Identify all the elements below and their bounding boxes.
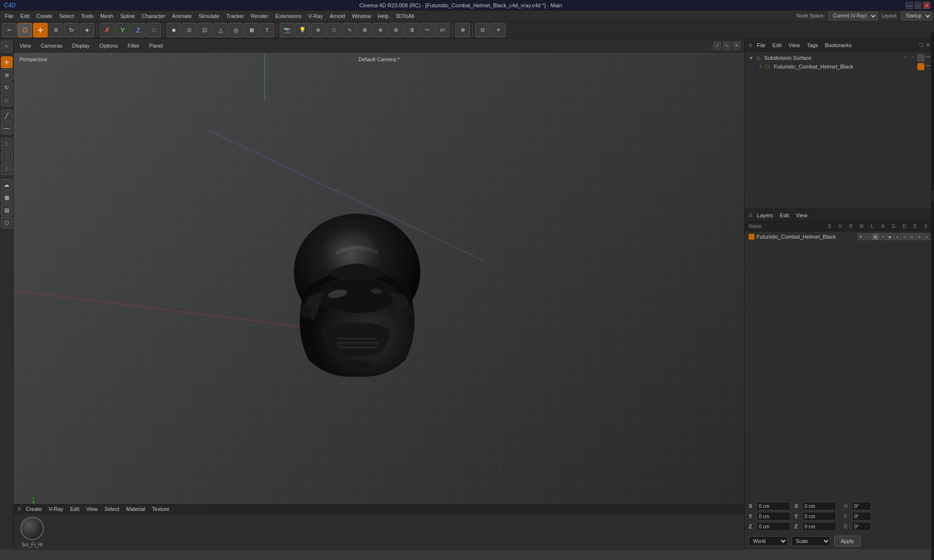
layer-icon-7[interactable]: D <box>909 233 916 240</box>
tool-s3[interactable]: S <box>1 163 13 175</box>
viewport-menu-display[interactable]: Display <box>70 42 91 50</box>
material-menu-edit[interactable]: Edit <box>68 505 81 513</box>
menu-create[interactable]: Create <box>34 12 55 20</box>
tool-s2[interactable]: S <box>1 151 13 162</box>
viewport-menu-filter[interactable]: Filter <box>126 42 141 50</box>
object-panel-menu-icon[interactable]: ≡ <box>749 42 752 49</box>
menu-character[interactable]: Character <box>139 12 168 20</box>
coord-b-input[interactable] <box>852 522 871 531</box>
node-space-select[interactable]: Current (V-Ray) <box>828 12 878 20</box>
toolbar-btn-poly[interactable]: ⬡ <box>326 23 341 37</box>
object-panel-edit[interactable]: Edit <box>771 41 784 49</box>
toolbar-btn-x[interactable]: ✗ <box>100 23 114 37</box>
toolbar-btn-sphere[interactable]: ⊙ <box>182 23 197 37</box>
obj-check-red[interactable]: ✓ <box>911 54 915 61</box>
layer-icon-1[interactable]: □ <box>865 233 872 240</box>
viewport-menu-cameras[interactable]: Cameras <box>39 42 65 50</box>
menu-window[interactable]: Window <box>349 12 374 20</box>
material-menu-select[interactable]: Select <box>103 505 122 513</box>
menu-tools[interactable]: Tools <box>78 12 96 20</box>
coord-p-input[interactable] <box>852 512 871 521</box>
viewport-corner-expand[interactable]: ⤢ <box>713 42 721 50</box>
object-item-subdivision[interactable]: ▼ ◇ Subdivision Surface ✓ ✓ ••• <box>747 53 932 62</box>
toolbar-btn-deformer[interactable]: 〜 <box>420 23 434 37</box>
menu-simulate[interactable]: Simulate <box>196 12 222 20</box>
layer-icon-8[interactable]: E <box>916 233 923 240</box>
tool-dash[interactable]: — <box>1 122 13 134</box>
menu-3dtall[interactable]: 3DToAll <box>393 12 417 20</box>
toolbar-btn-move[interactable]: ✛ <box>33 23 48 37</box>
layer-icon-eye[interactable]: 👁 <box>858 233 864 240</box>
viewport-corner-restore[interactable]: ⤡ <box>723 42 731 50</box>
toolbar-btn-select-all[interactable]: ⬡ <box>18 23 32 37</box>
tool-grid[interactable]: ▦ <box>1 192 13 203</box>
menu-file[interactable]: File <box>2 12 17 20</box>
toolbar-btn-undo[interactable]: ↩ <box>2 23 17 37</box>
layers-menu-layers[interactable]: Layers <box>755 211 775 219</box>
menu-edit[interactable]: Edit <box>18 12 33 20</box>
toolbar-btn-add[interactable]: + <box>80 23 94 37</box>
tool-s1[interactable]: S <box>1 138 13 150</box>
coord-x-input[interactable] <box>756 502 790 510</box>
toolbar-btn-sky[interactable]: ☀ <box>491 23 505 37</box>
layer-item-helmet[interactable]: Futuristic_Combat_Helmet_Black 👁 □ ■ ≡ ▶… <box>747 232 932 241</box>
toolbar-btn-cube[interactable]: ■ <box>166 23 181 37</box>
layers-menu-view[interactable]: View <box>794 211 809 219</box>
toolbar-btn-text[interactable]: T <box>260 23 274 37</box>
tool-scale[interactable]: ⊞ <box>1 69 13 81</box>
viewport-menu-options[interactable]: Options <box>97 42 120 50</box>
menu-vray[interactable]: V-Ray <box>305 12 326 20</box>
material-item-scifi[interactable]: Sci_Fi_Hi <box>19 517 45 547</box>
object-item-helmet[interactable]: └ ⬡ Futuristic_Combat_Helmet_Black ••• <box>747 62 932 71</box>
menu-tracker[interactable]: Tracker <box>223 12 247 20</box>
toolbar-btn-null[interactable]: ⊕ <box>311 23 325 37</box>
toolbar-btn-tag[interactable]: 🏷 <box>435 23 450 37</box>
coord-yr-input[interactable] <box>802 512 836 521</box>
layer-icon-6[interactable]: G <box>901 233 908 240</box>
toolbar-btn-landscape[interactable]: ▦ <box>244 23 259 37</box>
menu-animate[interactable]: Animate <box>169 12 195 20</box>
viewport-menu-panel[interactable]: Panel <box>147 42 165 50</box>
toolbar-btn-cylinder[interactable]: ⊡ <box>198 23 212 37</box>
viewport-corner-close[interactable]: ✕ <box>733 42 740 50</box>
tool-something1[interactable]: □ <box>1 94 13 106</box>
menu-spline[interactable]: Spline <box>117 12 138 20</box>
material-menu-material[interactable]: Material <box>124 505 147 513</box>
object-panel-tags[interactable]: Tags <box>805 41 820 49</box>
coord-scale-dropdown[interactable]: Scale <box>791 536 830 546</box>
material-thumb-scifi[interactable] <box>20 517 44 540</box>
toolbar-btn-light[interactable]: 💡 <box>295 23 310 37</box>
tool-line[interactable]: ╱ <box>1 110 13 122</box>
toolbar-btn-y-axis[interactable]: Y <box>115 23 130 37</box>
toolbar-btn-camera[interactable]: 📷 <box>280 23 294 37</box>
layer-icon-3[interactable]: ≡ <box>880 233 886 240</box>
toolbar-btn-floor[interactable]: ⊟ <box>475 23 490 37</box>
coord-world-dropdown[interactable]: World <box>749 536 788 546</box>
menu-mesh[interactable]: Mesh <box>97 12 116 20</box>
tool-lines[interactable]: ▤ <box>1 204 13 216</box>
menu-extensions[interactable]: Extensions <box>272 12 305 20</box>
minimize-button[interactable]: — <box>906 2 913 9</box>
material-menu-view[interactable]: View <box>84 505 100 513</box>
toolbar-btn-z-axis[interactable]: Z <box>131 23 145 37</box>
object-panel-bookmarks[interactable]: Bookmarks <box>823 41 854 49</box>
toolbar-btn-torus[interactable]: ◎ <box>229 23 243 37</box>
layer-icon-2[interactable]: ■ <box>872 233 879 240</box>
object-panel-file[interactable]: File <box>755 41 768 49</box>
helmet-dot-menu[interactable]: ••• <box>926 63 930 70</box>
layer-icon-4[interactable]: ▶ <box>887 233 894 240</box>
apply-button[interactable]: Apply <box>834 536 861 546</box>
obj-dot-menu[interactable]: ••• <box>926 54 930 61</box>
toolbar-btn-world[interactable]: □ <box>146 23 161 37</box>
material-menu-icon[interactable]: ≡ <box>18 506 21 512</box>
obj-color-swatch[interactable] <box>917 54 924 61</box>
viewport-3d[interactable]: Perspective Default Camera:* Grid Spacin… <box>14 52 744 528</box>
tool-rotate[interactable]: ↻ <box>1 82 13 93</box>
toolbar-btn-magnet[interactable]: ⊗ <box>455 23 470 37</box>
toolbar-btn-boolean[interactable]: ⊗ <box>373 23 388 37</box>
menu-render[interactable]: Render <box>248 12 271 20</box>
object-panel-view[interactable]: View <box>787 41 802 49</box>
object-panel-icon-1[interactable]: ⬡ <box>919 42 924 48</box>
toolbar-btn-scale[interactable]: ⊞ <box>49 23 63 37</box>
material-menu-texture[interactable]: Texture <box>150 505 171 513</box>
